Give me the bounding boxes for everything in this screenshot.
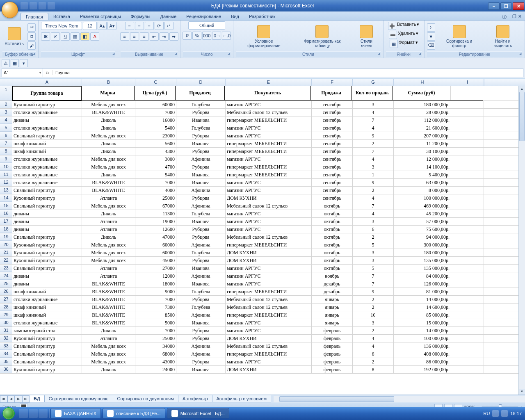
ribbon-tab[interactable]: Разработчик (244, 13, 280, 20)
cell[interactable]: 4 (353, 155, 394, 163)
cell[interactable]: 14 600,00р. (394, 304, 451, 311)
cell[interactable] (451, 218, 484, 225)
cell[interactable] (451, 148, 484, 155)
shrink-font-icon[interactable]: A▾ (107, 22, 116, 30)
cell[interactable]: ДОМ КУХНИ (226, 335, 312, 342)
cell[interactable]: сентябрь (312, 187, 353, 194)
cell[interactable]: октябрь (312, 210, 353, 217)
cell[interactable]: Афонина (176, 241, 226, 249)
cell[interactable]: Спальный гарнитур (12, 202, 82, 210)
percent-icon[interactable]: % (192, 32, 201, 40)
cell[interactable]: Мебель для всех (82, 132, 135, 139)
start-button[interactable] (0, 407, 17, 420)
cell[interactable]: магазин АРГУС (226, 210, 312, 217)
cell[interactable]: Мебель для всех (82, 163, 135, 171)
cell[interactable]: BLAK&WHITE (82, 280, 135, 288)
sheet-nav-next-icon[interactable]: ▶ (15, 395, 22, 403)
cell[interactable]: магазин АРГУС (226, 187, 312, 194)
cell[interactable]: 11300 (135, 210, 176, 217)
tray-lang[interactable]: RU (484, 411, 490, 416)
row-header[interactable]: 36 (0, 366, 12, 373)
cut-icon[interactable]: ✂ (27, 23, 36, 32)
format-as-table-button[interactable]: Форматировать как таблицу (294, 23, 351, 50)
cell[interactable]: 25000 (135, 335, 176, 342)
cell[interactable]: 469 000,00р. (394, 202, 451, 210)
cell[interactable]: 6 (353, 226, 394, 233)
row-header[interactable]: 28 (0, 304, 12, 311)
cell[interactable]: 45000 (135, 257, 176, 264)
ribbon-tab[interactable]: Формулы (126, 13, 155, 20)
cell[interactable]: Иванова (176, 218, 226, 225)
ql-icon[interactable] (19, 409, 28, 418)
name-box[interactable]: A1 (2, 68, 43, 77)
cell[interactable]: Спальный гарнитур (12, 187, 82, 194)
find-select-button[interactable]: Найти и выделить (484, 23, 522, 50)
cell[interactable]: столики журнальные (12, 163, 82, 171)
row-header[interactable]: 26 (0, 288, 12, 295)
cell[interactable]: столики журнальные (12, 296, 82, 303)
cell[interactable]: 5 (353, 241, 394, 249)
cell[interactable]: Кухонный гарнитур (12, 194, 82, 202)
cell[interactable]: шкаф книжный (12, 304, 82, 311)
taskbar-button[interactable]: описание к БДЗ [Ре... (103, 408, 165, 419)
cell[interactable]: 75 600,00р. (394, 226, 451, 233)
cell[interactable]: декабрь (312, 280, 353, 288)
cell[interactable]: сентябрь (312, 124, 353, 132)
cell[interactable]: октябрь (312, 202, 353, 210)
help-icon[interactable]: ⓘ (502, 14, 507, 20)
cell[interactable]: 4 (353, 335, 394, 342)
cell[interactable]: 5 400,00р. (394, 171, 451, 178)
cell[interactable]: Голубева (176, 304, 226, 311)
wrap-text-icon[interactable]: ↵ (164, 22, 173, 30)
delete-cells-icon[interactable]: ➖ (389, 31, 397, 39)
cell[interactable]: Афонина (176, 155, 226, 163)
row-header[interactable]: 1 (0, 86, 12, 100)
col-header[interactable]: G (353, 79, 394, 86)
cell[interactable]: 2 (353, 296, 394, 303)
formula-input[interactable]: Группа (53, 70, 523, 75)
cell[interactable]: магазин АРГУС (226, 218, 312, 225)
cell[interactable] (451, 280, 484, 288)
cell[interactable]: 112 000,00р. (394, 116, 451, 124)
cell[interactable]: Диколь (82, 171, 135, 178)
cell[interactable] (451, 202, 484, 210)
cell[interactable]: Мебель для всех (82, 342, 135, 350)
cell[interactable]: магазин АРГУС (226, 179, 312, 186)
cell[interactable] (451, 350, 484, 358)
cell[interactable] (451, 140, 484, 147)
cell[interactable]: 5000 (135, 319, 176, 326)
cell[interactable]: Афонина (176, 311, 226, 319)
cell[interactable]: январь (312, 311, 353, 319)
vertical-scrollbar[interactable]: ▲ ▼ (518, 86, 525, 395)
cell[interactable]: Атланта (82, 194, 135, 202)
cell[interactable]: 43000 (135, 358, 176, 365)
security-warning-icon[interactable]: ⚠ (2, 59, 10, 67)
cell[interactable]: 14 100,00р. (394, 163, 451, 171)
align-middle-icon[interactable]: ≡ (135, 22, 144, 30)
col-header[interactable]: H (394, 79, 451, 86)
cell[interactable]: Мебель для всех (82, 202, 135, 210)
cell[interactable]: магазин АРГУС (226, 101, 312, 108)
cell[interactable]: магазин АРГУС (226, 327, 312, 334)
cell[interactable]: сентябрь (312, 109, 353, 116)
number-format-combo[interactable]: Общий (188, 21, 225, 30)
cell[interactable]: сентябрь (312, 194, 353, 202)
scroll-thumb[interactable] (519, 92, 525, 141)
cell[interactable]: 9 (353, 132, 394, 139)
cell[interactable]: магазин АРГУС (226, 226, 312, 233)
row-header[interactable]: 35 (0, 358, 12, 365)
cell[interactable]: 7000 (135, 179, 176, 186)
cell[interactable]: сентябрь (312, 148, 353, 155)
header-cell[interactable]: Продажа (311, 86, 352, 100)
cell[interactable]: Кухонный гарнитур (12, 335, 82, 342)
cell[interactable]: сентябрь (312, 101, 353, 108)
grow-font-icon[interactable]: A▴ (98, 22, 107, 30)
cell[interactable]: диваны (12, 218, 82, 225)
cell[interactable]: 94 000,00р. (394, 233, 451, 241)
cell[interactable]: магазин АРГУС (226, 265, 312, 272)
cell[interactable]: февраль (312, 342, 353, 350)
cell[interactable]: Рубцова (176, 163, 226, 171)
tray-volume-icon[interactable] (501, 410, 508, 417)
cell[interactable]: 4000 (135, 187, 176, 194)
qat-more-icon[interactable] (48, 2, 55, 9)
